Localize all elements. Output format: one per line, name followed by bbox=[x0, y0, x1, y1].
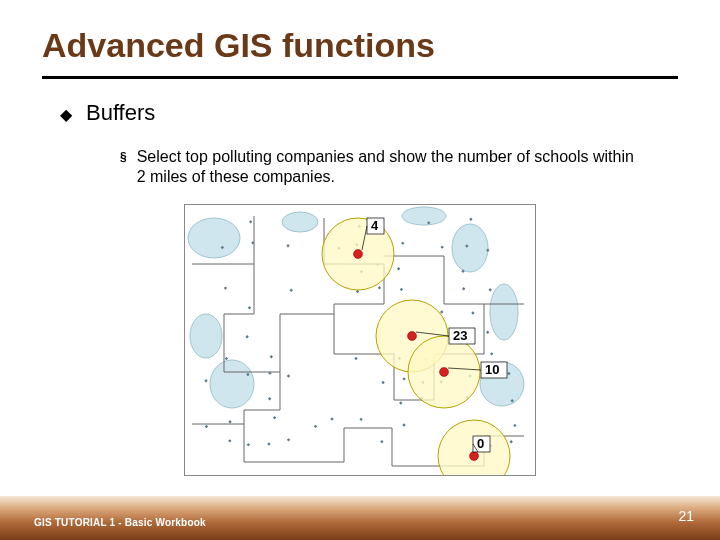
school-point bbox=[513, 424, 516, 427]
school-point bbox=[205, 425, 208, 428]
section-bullet-icon: § bbox=[120, 147, 127, 187]
school-point bbox=[402, 423, 405, 426]
buffer-count-label: 10 bbox=[485, 362, 499, 377]
school-point bbox=[245, 335, 248, 338]
school-point bbox=[359, 418, 362, 421]
svg-point-5 bbox=[452, 224, 488, 272]
school-point bbox=[488, 288, 491, 291]
school-point bbox=[402, 377, 405, 380]
school-point bbox=[471, 311, 474, 314]
school-point bbox=[228, 439, 231, 442]
school-point bbox=[400, 288, 403, 291]
school-point bbox=[399, 401, 402, 404]
svg-point-3 bbox=[190, 314, 222, 358]
slide: Advanced GIS functions ◆ Buffers § Selec… bbox=[0, 0, 720, 540]
school-point bbox=[204, 379, 207, 382]
school-point bbox=[378, 286, 381, 289]
school-point bbox=[440, 245, 443, 248]
buffer-map-svg: 423100 bbox=[184, 204, 536, 476]
school-point bbox=[490, 352, 493, 355]
bullet-level2-text: Select top polluting companies and show … bbox=[137, 147, 637, 187]
school-point bbox=[401, 241, 404, 244]
school-point bbox=[228, 420, 231, 423]
svg-point-2 bbox=[402, 207, 446, 225]
page-number: 21 bbox=[678, 508, 694, 524]
school-point bbox=[380, 440, 383, 443]
school-point bbox=[268, 397, 271, 400]
school-point bbox=[330, 417, 333, 420]
school-point bbox=[509, 440, 512, 443]
school-point bbox=[287, 374, 290, 377]
school-point bbox=[381, 381, 384, 384]
polluter-point bbox=[470, 452, 479, 461]
svg-point-1 bbox=[282, 212, 318, 232]
school-point bbox=[397, 267, 400, 270]
school-point bbox=[314, 425, 317, 428]
polluter-point bbox=[440, 368, 449, 377]
buffer-count-label: 23 bbox=[453, 328, 467, 343]
title-underline bbox=[42, 76, 678, 79]
slide-body: ◆ Buffers § Select top polluting compani… bbox=[60, 100, 670, 187]
buffer-count-label: 0 bbox=[477, 436, 484, 451]
polluter-point bbox=[354, 250, 363, 259]
school-point bbox=[267, 442, 270, 445]
school-point bbox=[249, 220, 252, 223]
school-point bbox=[224, 286, 227, 289]
svg-point-0 bbox=[188, 218, 240, 258]
school-point bbox=[286, 244, 289, 247]
slide-title: Advanced GIS functions bbox=[42, 26, 435, 65]
diamond-bullet-icon: ◆ bbox=[60, 101, 72, 129]
map-figure: 423100 bbox=[184, 204, 536, 476]
school-point bbox=[290, 289, 293, 292]
footer-text: GIS TUTORIAL 1 - Basic Workbook bbox=[34, 517, 206, 528]
school-point bbox=[248, 306, 251, 309]
polluter-point bbox=[408, 332, 417, 341]
buffer-count-label: 4 bbox=[371, 218, 379, 233]
svg-point-7 bbox=[490, 284, 518, 340]
school-point bbox=[247, 443, 250, 446]
school-point bbox=[462, 287, 465, 290]
school-point bbox=[287, 438, 290, 441]
svg-point-4 bbox=[210, 360, 254, 408]
school-point bbox=[270, 355, 273, 358]
school-point bbox=[469, 218, 472, 221]
bullet-level1-text: Buffers bbox=[86, 100, 155, 126]
school-point bbox=[225, 357, 228, 360]
school-point bbox=[486, 331, 489, 334]
school-point bbox=[273, 416, 276, 419]
bullet-level1: ◆ Buffers bbox=[60, 100, 670, 129]
school-point bbox=[354, 357, 357, 360]
bullet-level2: § Select top polluting companies and sho… bbox=[120, 147, 670, 187]
